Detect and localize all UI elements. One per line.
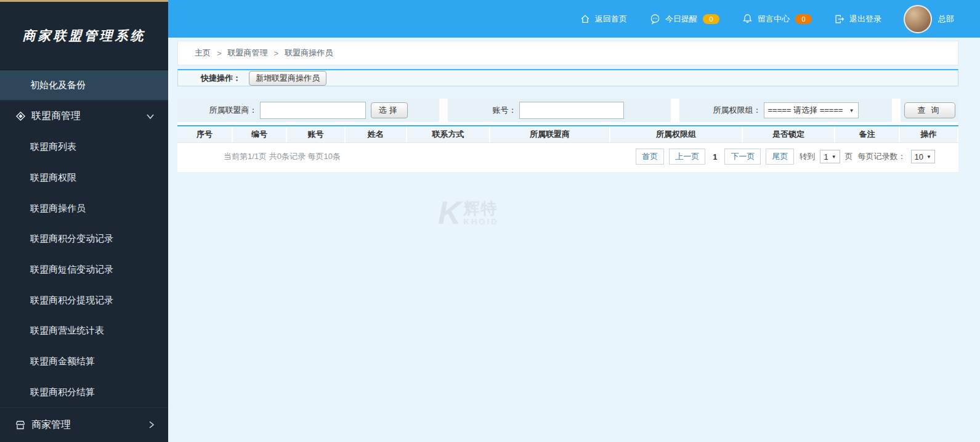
- sidebar-item-business-stats[interactable]: 联盟商营业统计表: [0, 316, 168, 346]
- app-logo: 商家联盟管理系统: [0, 2, 168, 70]
- goto-unit-label: 页: [845, 151, 853, 162]
- column-header-remark: 备注: [835, 126, 899, 142]
- chevron-right-icon: [148, 420, 155, 429]
- sidebar-item-label: 联盟商金额结算: [30, 356, 95, 367]
- username-label: 总部: [938, 14, 954, 25]
- current-page-number: 1: [713, 152, 717, 162]
- diamond-icon: [14, 110, 27, 123]
- column-header-contact: 联系方式: [407, 126, 489, 142]
- alliance-submenu: 联盟商列表 联盟商权限 联盟商操作员 联盟商积分变动记录 联盟商短信变动记录 联…: [0, 132, 168, 407]
- sidebar-item-points-change-log[interactable]: 联盟商积分变动记录: [0, 224, 168, 255]
- sidebar-item-label: 联盟商权限: [30, 172, 76, 184]
- logout-label: 退出登录: [849, 14, 881, 25]
- khoid-watermark: K 辉特 KHOID: [438, 197, 498, 229]
- goto-page-select[interactable]: 1 ▼: [820, 150, 840, 163]
- sidebar-item-amount-settlement[interactable]: 联盟商金额结算: [0, 346, 168, 377]
- pagination-controls: 首页 上一页 1 下一页 尾页 转到 1 ▼ 页 每页记录数： 10 ▼: [636, 149, 958, 165]
- sidebar-item-label: 联盟商列表: [30, 141, 76, 153]
- watermark-subtitle: KHOID: [464, 218, 499, 226]
- prev-page-button[interactable]: 上一页: [669, 149, 705, 165]
- avatar[interactable]: [904, 5, 932, 33]
- page-size-label: 每页记录数：: [858, 151, 906, 162]
- sidebar-item-label: 联盟商积分提现记录: [30, 295, 113, 306]
- caret-down-icon: ▼: [849, 108, 854, 113]
- sidebar-item-points-settlement[interactable]: 联盟商积分结算: [0, 377, 168, 408]
- page-size-select[interactable]: 10 ▼: [911, 150, 935, 163]
- filter-permission-cell: 所属权限组： ===== 请选择 ===== ▼: [679, 99, 892, 122]
- user-menu[interactable]: 总部: [904, 5, 954, 33]
- quick-actions-label: 快捷操作：: [201, 73, 241, 84]
- sidebar-item-alliance-permission[interactable]: 联盟商权限: [0, 163, 168, 194]
- column-header-number: 编号: [233, 126, 286, 142]
- sidebar-item-alliance-operator[interactable]: 联盟商操作员: [0, 193, 168, 224]
- breadcrumb: 主页 > 联盟商管理 > 联盟商操作员: [177, 41, 958, 65]
- reminder-count-badge: 0: [703, 14, 719, 24]
- choose-alliance-button[interactable]: 选择: [371, 102, 408, 118]
- today-reminder-label: 今日提醒: [665, 14, 697, 25]
- breadcrumb-home[interactable]: 主页: [195, 47, 211, 59]
- sidebar-section-label: 联盟商管理: [31, 110, 81, 123]
- search-button[interactable]: 查询: [904, 102, 955, 118]
- sidebar-item-label: 初始化及备份: [30, 80, 86, 91]
- message-center-button[interactable]: 留言中心 0: [742, 13, 812, 25]
- account-filter-input[interactable]: [519, 102, 624, 119]
- last-page-button[interactable]: 尾页: [766, 149, 794, 165]
- chat-bubble-icon: [649, 13, 661, 25]
- topbar: 返回首页 今日提醒 0 留言中心 0: [168, 0, 980, 38]
- filter-account-cell: 账号：: [448, 99, 671, 122]
- add-operator-button[interactable]: 新增联盟商操作员: [249, 71, 326, 86]
- column-header-index: 序号: [177, 126, 232, 142]
- pagination-summary: 当前第1/1页 共0条记录 每页10条: [224, 151, 341, 162]
- column-header-locked: 是否锁定: [743, 126, 834, 142]
- breadcrumb-separator: >: [217, 49, 222, 58]
- filter-row: 所属联盟商： 选择 账号： 所属权限组： ===== 请选择 ===== ▼: [177, 99, 958, 122]
- first-page-button[interactable]: 首页: [636, 149, 664, 165]
- logout-button[interactable]: 退出登录: [834, 14, 881, 25]
- sidebar-item-label: 联盟商积分变动记录: [30, 233, 113, 245]
- sidebar-item-label: 联盟商积分结算: [30, 387, 95, 398]
- goto-label: 转到: [799, 151, 815, 162]
- watermark-name: 辉特: [464, 200, 499, 216]
- table-header-row: 序号 编号 账号 姓名 联系方式 所属联盟商 所属权限组 是否锁定 备注 操作: [177, 125, 958, 143]
- back-home-button[interactable]: 返回首页: [580, 14, 627, 25]
- caret-down-icon: ▼: [832, 154, 836, 160]
- alliance-filter-input[interactable]: [260, 102, 366, 119]
- sidebar-item-label: 联盟商营业统计表: [30, 325, 104, 337]
- list-panel: 所属联盟商： 选择 账号： 所属权限组： ===== 请选择 ===== ▼: [177, 99, 958, 172]
- sidebar: 商家联盟管理系统 初始化及备份 联盟商管理 联盟商列表 联盟商权限 联盟商操作员…: [0, 0, 168, 442]
- bell-icon: [742, 13, 753, 25]
- goto-page-value: 1: [824, 152, 828, 162]
- breadcrumb-separator: >: [274, 49, 279, 58]
- permission-filter-label: 所属权限组：: [713, 105, 761, 116]
- breadcrumb-current-page: 联盟商操作员: [285, 47, 333, 59]
- today-reminder-button[interactable]: 今日提醒 0: [649, 13, 719, 25]
- main-area: 返回首页 今日提醒 0 留言中心 0: [168, 0, 980, 442]
- sidebar-item-sms-change-log[interactable]: 联盟商短信变动记录: [0, 255, 168, 285]
- column-header-account: 账号: [287, 126, 344, 142]
- message-center-label: 留言中心: [758, 14, 790, 25]
- sidebar-section-merchant[interactable]: 商家管理: [0, 407, 168, 441]
- chevron-down-icon: [146, 113, 155, 120]
- next-page-button[interactable]: 下一页: [724, 149, 761, 165]
- filter-alliance-cell: 所属联盟商： 选择: [177, 99, 439, 122]
- column-header-alliance: 所属联盟商: [490, 126, 609, 142]
- pagination-bar: 当前第1/1页 共0条记录 每页10条 首页 上一页 1 下一页 尾页 转到 1…: [177, 149, 958, 165]
- sidebar-item-init-backup[interactable]: 初始化及备份: [0, 70, 168, 100]
- home-icon: [580, 14, 591, 25]
- sidebar-item-label: 联盟商短信变动记录: [30, 264, 113, 276]
- breadcrumb-alliance-management[interactable]: 联盟商管理: [228, 47, 268, 59]
- caret-down-icon: ▼: [926, 154, 931, 160]
- page-size-value: 10: [915, 152, 923, 162]
- sidebar-section-label: 商家管理: [31, 419, 71, 432]
- message-count-badge: 0: [795, 14, 812, 24]
- back-home-label: 返回首页: [595, 14, 627, 25]
- filter-search-cell: 查询: [901, 99, 958, 122]
- permission-group-select[interactable]: ===== 请选择 ===== ▼: [764, 102, 859, 118]
- storefront-icon: [14, 418, 27, 432]
- sidebar-item-label: 联盟商操作员: [30, 203, 86, 215]
- sidebar-item-alliance-list[interactable]: 联盟商列表: [0, 132, 168, 163]
- permission-group-selected-value: ===== 请选择 =====: [768, 105, 843, 116]
- sidebar-section-alliance[interactable]: 联盟商管理: [0, 100, 168, 132]
- watermark-logo-mark: K: [438, 197, 460, 229]
- sidebar-item-points-withdraw-log[interactable]: 联盟商积分提现记录: [0, 285, 168, 316]
